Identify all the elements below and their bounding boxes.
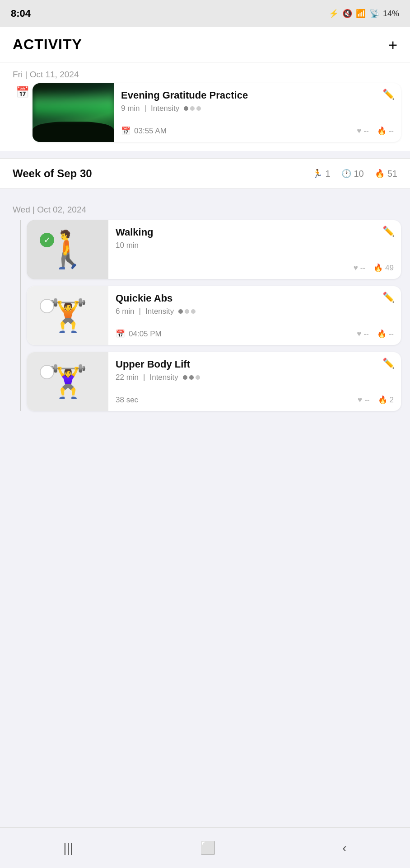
menu-nav-button[interactable]: |||	[50, 836, 87, 860]
upper-body-lift-card[interactable]: 🏋️‍♀️ ✏️ Upper Body Lift 22 min | Intens…	[27, 352, 401, 411]
upper-body-lift-row: 🏋️‍♀️ ✏️ Upper Body Lift 22 min | Intens…	[27, 352, 410, 411]
quickie-fire-stat: 🔥 --	[377, 329, 394, 339]
walking-footer: ♥ -- 🔥 49	[116, 263, 394, 273]
intensity-dot-2	[189, 375, 194, 380]
top-week-section: Fri | Oct 11, 2024 📅 ✏️ Evening Gratitud…	[0, 62, 410, 151]
top-card-row: 📅 ✏️ Evening Gratitude Practice 9 min |	[0, 83, 410, 151]
quickie-abs-meta: 6 min | Intensity	[116, 307, 394, 316]
top-calendar-area: 📅	[13, 83, 33, 142]
quickie-abs-intensity-label: Intensity	[145, 307, 174, 316]
quickie-abs-timeline-dot	[40, 299, 54, 313]
week-activities-count: 1	[325, 169, 330, 179]
quickie-abs-time-value: 04:05 PM	[129, 330, 162, 339]
intensity-dot-1	[178, 309, 183, 314]
quickie-abs-footer: 📅 04:05 PM ♥ -- 🔥 --	[116, 329, 394, 339]
evening-gratitude-time-value: 03:55 AM	[134, 127, 167, 136]
quickie-abs-row: 🏋️ ✏️ Quickie Abs 6 min | Intensity	[27, 286, 410, 345]
home-nav-button[interactable]: ⬜	[186, 836, 229, 860]
battery-text: 14%	[383, 9, 399, 19]
heart-icon: ♥	[357, 330, 361, 339]
date-oct02-label: Wed | Oct 02, 2024	[0, 196, 410, 220]
quickie-heart-stat: ♥ --	[357, 330, 368, 339]
upper-body-lift-meta: 22 min | Intensity	[116, 373, 394, 382]
evening-gratitude-image	[33, 83, 114, 142]
date-oct02-section: Wed | Oct 02, 2024 ✓ 🚶 ✏️	[0, 196, 410, 411]
evening-gratitude-intensity-label: Intensity	[151, 104, 179, 113]
clock-icon: 🕐	[341, 169, 351, 179]
fire-icon: 🔥	[378, 395, 387, 405]
quickie-abs-time: 📅 04:05 PM	[116, 329, 162, 339]
upper-body-lift-title: Upper Body Lift	[116, 359, 394, 370]
quickie-abs-image: 🏋️	[27, 286, 108, 345]
walking-fire-value: 49	[385, 264, 394, 273]
lift-fire-stat: 🔥 2	[378, 395, 394, 405]
heart-icon: ♥	[354, 264, 358, 273]
upper-body-lift-body: ✏️ Upper Body Lift 22 min | Intensity	[108, 352, 401, 411]
walking-edit-button[interactable]: ✏️	[382, 226, 395, 237]
fire-active-icon: 🔥	[373, 263, 383, 273]
evening-gratitude-stats: ♥ -- 🔥 --	[357, 126, 394, 136]
upper-body-lift-edit-button[interactable]: ✏️	[382, 358, 395, 369]
intensity-dot-2	[185, 309, 189, 314]
intensity-dot-3	[196, 375, 200, 380]
evening-gratitude-title: Evening Gratitude Practice	[121, 90, 394, 101]
checkmark-icon: ✓	[44, 235, 51, 245]
quickie-fire-value: --	[389, 330, 394, 339]
status-bar: 8:04 ⚡ 🔇 📶 📡 14%	[0, 0, 410, 27]
evening-gratitude-intensity-dots	[184, 106, 201, 111]
bluetooth-icon: ⚡	[329, 9, 339, 19]
heart-icon: ♥	[358, 396, 362, 405]
status-time: 8:04	[11, 8, 31, 19]
timeline-line	[20, 220, 21, 411]
evening-gratitude-meta: 9 min | Intensity	[121, 104, 394, 113]
week-stats: 🏃 1 🕐 10 🔥 51	[312, 169, 397, 179]
walking-title: Walking	[116, 226, 394, 238]
walking-body: ✏️ Walking 10 min ♥	[108, 220, 401, 279]
quickie-abs-card[interactable]: 🏋️ ✏️ Quickie Abs 6 min | Intensity	[27, 286, 401, 345]
evening-gratitude-edit-button[interactable]: ✏️	[382, 89, 395, 100]
app-header: ACTIVITY +	[0, 27, 410, 62]
week-activities-stat: 🏃 1	[312, 169, 330, 179]
walking-heart-stat: ♥ --	[354, 264, 365, 273]
intensity-dot-2	[190, 106, 195, 111]
spacer-1	[0, 151, 410, 158]
evening-heart-stat: ♥ --	[357, 127, 368, 136]
upper-body-lift-duration: 22 min	[116, 373, 139, 382]
week-time-stat: 🕐 10	[341, 169, 364, 179]
walking-image: 🚶	[27, 220, 108, 279]
week-calories-stat: 🔥 51	[375, 169, 397, 179]
fire-icon: 🔥	[377, 126, 387, 136]
intensity-dot-1	[184, 106, 188, 111]
walking-card[interactable]: 🚶 ✏️ Walking 10 min	[27, 220, 401, 279]
walking-duration: 10 min	[116, 241, 139, 250]
menu-icon: |||	[63, 841, 73, 855]
upper-body-lift-time-value: 38 sec	[116, 396, 138, 405]
upper-body-lift-timeline-dot	[40, 365, 54, 379]
time-calendar-icon: 📅	[121, 126, 130, 136]
cards-area: ✓ 🚶 ✏️ Walking 10 min	[0, 220, 410, 411]
lift-figure: 🏋️‍♀️	[48, 363, 88, 400]
quickie-abs-stats: ♥ -- 🔥 --	[357, 329, 394, 339]
week-calories-value: 51	[387, 169, 397, 179]
main-content: Fri | Oct 11, 2024 📅 ✏️ Evening Gratitud…	[0, 62, 410, 827]
evening-gratitude-body: ✏️ Evening Gratitude Practice 9 min | In…	[114, 83, 401, 142]
evening-fire-stat: 🔥 --	[377, 126, 394, 136]
evening-gratitude-card[interactable]: ✏️ Evening Gratitude Practice 9 min | In…	[33, 83, 401, 142]
quickie-abs-duration: 6 min	[116, 307, 135, 316]
bottom-navigation: ||| ⬜ ‹	[0, 827, 410, 868]
upper-body-lift-time: 38 sec	[116, 396, 138, 405]
meta-separator: |	[144, 104, 146, 113]
back-icon: ‹	[342, 841, 346, 855]
quickie-abs-edit-button[interactable]: ✏️	[382, 292, 395, 303]
spacer-2	[0, 189, 410, 196]
walking-row: ✓ 🚶 ✏️ Walking 10 min	[27, 220, 410, 279]
status-icons: ⚡ 🔇 📶 📡 14%	[329, 9, 399, 19]
upper-body-lift-image: 🏋️‍♀️	[27, 352, 108, 411]
back-nav-button[interactable]: ‹	[329, 836, 360, 860]
walking-timeline-dot: ✓	[40, 233, 54, 247]
quickie-heart-value: --	[363, 330, 368, 339]
intensity-dot-1	[183, 375, 187, 380]
add-activity-button[interactable]: +	[388, 37, 397, 52]
quickie-abs-intensity-dots	[178, 309, 196, 314]
evening-gratitude-duration: 9 min	[121, 104, 140, 113]
